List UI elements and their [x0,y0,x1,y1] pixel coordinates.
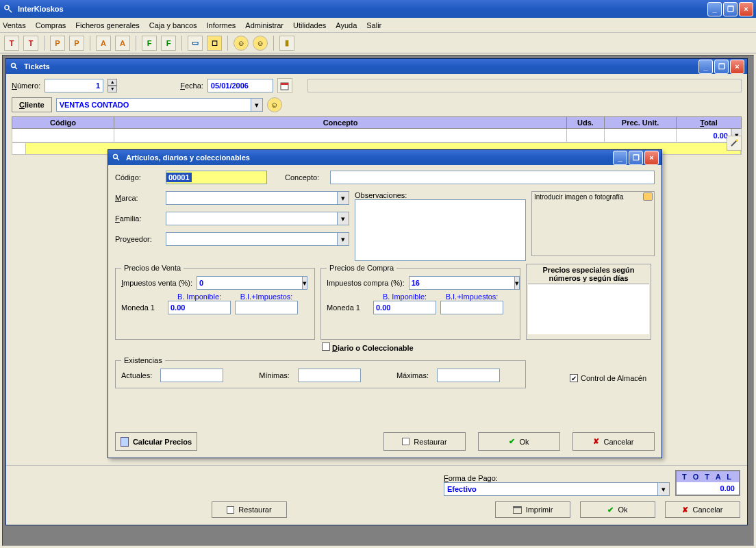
precios-compra-fieldset: Precios de Compra Impuestos compra (%): … [320,264,520,340]
dlg-restaurar-button[interactable]: Restaurar [383,432,466,451]
cliente-search-icon[interactable]: ☺ [267,97,282,112]
tb-btn-2[interactable]: T [23,36,38,51]
precios-especiales-list[interactable] [528,284,649,334]
app-titlebar: InterKioskos _ ❐ × [0,0,756,18]
proveedor-input[interactable] [166,232,338,246]
familia-dd[interactable]: ▾ [338,212,349,225]
moneda-venta-label: Moneda 1 [121,303,164,312]
svg-point-8 [114,155,118,159]
tickets-imprimir-button[interactable]: Imprimir [495,501,570,518]
tickets-min[interactable]: _ [698,60,713,74]
imp-compra-label: Impuestos compra (%): [327,279,405,287]
cliente-button[interactable]: Cliente [12,97,52,112]
actuales-label: Actuales: [121,371,152,379]
mdi-area: Tickets _ ❐ × Número: ▲ ▼ Fecha: [2,55,754,546]
dlg-max[interactable]: ❐ [629,151,643,165]
menu-compras[interactable]: Compras [36,21,66,29]
observ-input[interactable] [355,199,526,261]
tickets-restaurar-button[interactable]: Restaurar [212,501,287,518]
tb-btn-smile[interactable]: ☺ [234,36,249,51]
tb-btn-3[interactable]: P [50,36,65,51]
imp-compra-dd[interactable]: ▾ [515,276,520,290]
dlg-icon [111,152,122,163]
imp-compra-input[interactable] [409,276,515,290]
venta-bii-input[interactable] [235,301,298,314]
cliente-input[interactable] [56,98,251,112]
dlg-cancelar-button[interactable]: ✘Cancelar [572,432,655,451]
tb-btn-8[interactable]: F [161,36,176,51]
camera-icon[interactable] [643,192,653,201]
imp-venta-dd[interactable]: ▾ [303,276,307,290]
image-box[interactable]: Introducir imagen o fotografía [531,191,655,256]
grid-row-1[interactable]: 0.00 ▾ [12,129,742,142]
compra-bi-input[interactable] [373,301,436,314]
tickets-title: Tickets [24,62,698,71]
tb-btn-10[interactable]: ◻ [207,36,222,51]
tickets-max[interactable]: ❐ [714,60,729,74]
calculator-icon [121,437,129,447]
numero-input[interactable] [45,79,103,92]
compra-bii-input[interactable] [440,301,503,314]
proveedor-dd[interactable]: ▾ [338,232,349,246]
diario-checkbox[interactable] [322,342,330,351]
cliente-dropdown-btn[interactable]: ▾ [251,98,263,112]
existencias-fieldset: Existencias Actuales: Mínimas: Máximas: [115,356,526,388]
tb-btn-last[interactable]: ▮ [279,36,294,51]
actuales-input[interactable] [160,369,223,382]
marca-dd[interactable]: ▾ [338,191,349,205]
minimas-input[interactable] [298,369,361,382]
svg-point-2 [12,64,16,68]
imp-venta-input[interactable] [197,276,303,290]
tb-btn-6[interactable]: A [115,36,130,51]
svg-point-7 [736,140,738,142]
maximize-button[interactable]: ❐ [723,2,738,16]
forma-input[interactable] [444,482,658,496]
check-icon: ✔ [607,506,614,514]
menu-ayuda[interactable]: Ayuda [336,21,357,29]
proveedor-label: Proveedor: [115,235,162,243]
concepto-input[interactable] [330,171,655,184]
menu-ficheros[interactable]: Ficheros generales [75,21,140,29]
menu-informes[interactable]: Informes [207,21,236,29]
dlg-close[interactable]: × [644,151,659,165]
numero-down[interactable]: ▼ [108,86,117,92]
numero-up[interactable]: ▲ [108,79,117,86]
fecha-input[interactable] [207,79,273,92]
tb-btn-9[interactable]: ▭ [188,36,203,51]
total-box: T O T A L 0.00 [675,470,740,496]
dlg-min[interactable]: _ [613,151,627,165]
tb-btn-1[interactable]: T [4,36,19,51]
venta-bi-input[interactable] [168,301,231,314]
maximas-input[interactable] [437,369,500,382]
control-almacen-checkbox[interactable]: ✔ [570,374,578,382]
articulos-dialog: Artículos, diarios y coleccionables _ ❐ … [108,149,662,458]
tickets-cancelar-button[interactable]: ✘Cancelar [665,501,740,518]
maximas-label: Máximas: [396,371,429,379]
familia-input[interactable] [166,212,338,225]
dlg-titlebar: Artículos, diarios y coleccionables _ ❐ … [108,150,662,165]
tb-btn-4[interactable]: P [69,36,84,51]
tickets-ok-button[interactable]: ✔Ok [580,501,655,518]
calendar-icon[interactable] [277,78,292,93]
marca-input[interactable] [166,191,338,205]
menu-caja[interactable]: Caja y bancos [149,21,197,29]
menubar: Ventas Compras Ficheros generales Caja y… [0,18,756,33]
wand-icon[interactable] [727,136,742,151]
menu-ventas[interactable]: Ventas [3,21,26,29]
menu-utilidades[interactable]: Utilidades [293,21,326,29]
menu-salir[interactable]: Salir [366,21,381,29]
calcular-precios-button[interactable]: Calcular Precios [115,432,197,451]
tb-btn-7[interactable]: F [142,36,157,51]
close-button[interactable]: × [739,2,753,16]
tb-btn-smile2[interactable]: ☺ [253,36,268,51]
codigo-input[interactable]: 00001 [166,171,267,184]
tb-btn-5[interactable]: A [96,36,111,51]
bi-label-venta: B. Imponible: [168,292,231,301]
minimize-button[interactable]: _ [707,2,722,16]
dlg-ok-button[interactable]: ✔Ok [478,432,560,451]
minimas-label: Mínimas: [259,371,290,379]
numero-label: Número: [12,82,40,90]
forma-dropdown-btn[interactable]: ▾ [658,482,670,496]
menu-administrar[interactable]: Administrar [245,21,284,29]
tickets-close[interactable]: × [730,60,744,74]
